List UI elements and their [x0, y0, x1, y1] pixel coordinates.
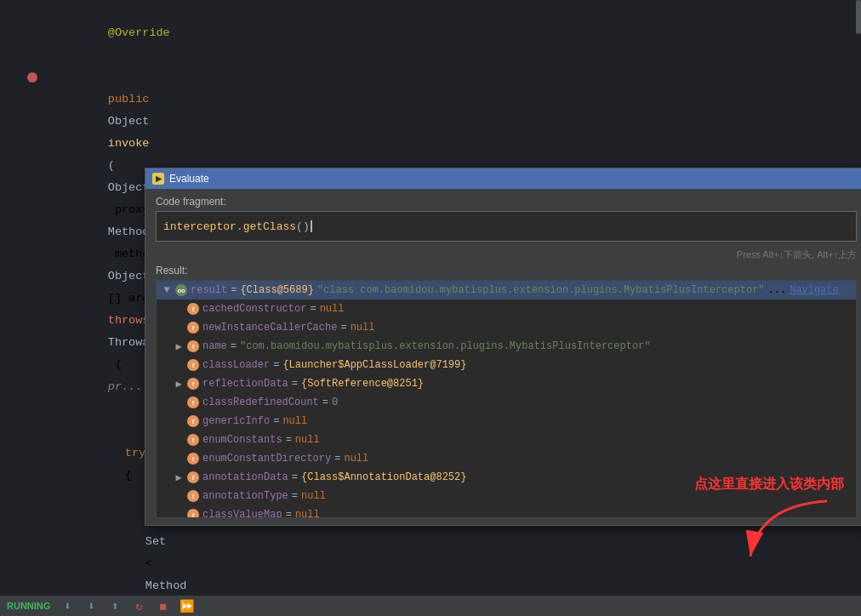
result-row-reflectionData[interactable]: ▶ f reflectionData = {SoftReference@8251…: [157, 374, 856, 393]
field-icon-8: f: [187, 434, 199, 446]
result-row-cachedConstructor: f cachedConstructor = null: [157, 299, 856, 318]
cf-paren1: (: [296, 220, 303, 233]
result-row-enumConstants: f enumConstants = null: [157, 431, 856, 449]
annotation-text: 点这里直接进入该类内部: [694, 476, 844, 493]
field-icon-10: f: [187, 471, 199, 483]
breakpoint-dot: [27, 72, 37, 83]
status-bar: RUNNING ⬇ ⬇ ⬆ ↻ ◼ ⏩: [0, 596, 861, 616]
upload-icon[interactable]: ⬆: [108, 599, 122, 613]
stop-icon[interactable]: ◼: [156, 599, 169, 613]
status-running-label: RUNNING: [7, 601, 50, 611]
tree-toggle-annotationData[interactable]: ▶: [174, 471, 184, 484]
code-fragment-input[interactable]: interceptor . getClass ( ): [156, 211, 857, 242]
tree-toggle-name[interactable]: ▶: [174, 340, 184, 353]
result-row-enumConstantDirectory: f enumConstantDirectory = null: [157, 449, 856, 468]
cf-paren2: ): [303, 220, 310, 233]
debug-icon[interactable]: ⏩: [180, 599, 193, 613]
cursor: [311, 220, 312, 232]
result-root-row[interactable]: ▼ oo result = {Class@5689} "class com.ba…: [157, 281, 856, 299]
dialog-body: Code fragment: interceptor . getClass ( …: [145, 189, 861, 525]
result-row-name[interactable]: ▶ f name = "com.baomidou.mybatisplus.ext…: [157, 337, 856, 356]
dialog-title: Evaluate: [169, 173, 209, 185]
field-icon-1: f: [187, 303, 199, 315]
field-icon-2: f: [187, 322, 199, 334]
field-icon-11: f: [187, 490, 199, 502]
result-row-genericInfo: f genericInfo = null: [157, 412, 856, 431]
cf-getclass: getClass: [243, 220, 296, 233]
result-row-classRedefinedCount: f classRedefinedCount = 0: [157, 393, 856, 412]
red-arrow-svg: [742, 497, 844, 565]
field-icon-9: f: [187, 453, 199, 465]
result-row-newInstanceCallerCache: f newInstanceCallerCache = null: [157, 318, 856, 337]
navigate-link[interactable]: Navigate: [790, 284, 839, 296]
field-icon-12: f: [187, 509, 199, 518]
field-icon-5: f: [187, 378, 199, 390]
evaluate-icon: ▶: [152, 173, 164, 185]
field-icon-4: f: [187, 359, 199, 371]
result-row-classLoader: f classLoader = {Launcher$AppClassLoader…: [157, 356, 856, 374]
code-line-1: @Override: [26, 0, 861, 66]
field-icon-7: f: [187, 415, 199, 427]
download-icon-1[interactable]: ⬇: [60, 599, 74, 613]
cf-method: interceptor: [163, 220, 237, 233]
result-hint: Press Alt+↓下箭头, Alt+↑上方: [156, 248, 857, 261]
cf-dot: .: [237, 220, 243, 233]
download-icon-2[interactable]: ⬇: [84, 599, 98, 613]
refresh-icon[interactable]: ↻: [132, 599, 145, 613]
field-icon-6: f: [187, 396, 199, 408]
code-fragment-label: Code fragment:: [156, 196, 857, 208]
tree-toggle-root[interactable]: ▼: [162, 284, 172, 296]
red-arrow-annotation: 点这里直接进入该类内部: [694, 476, 844, 565]
oo-icon-root: oo: [175, 284, 187, 296]
code-editor: @Override public Object invoke ( Object …: [0, 0, 861, 616]
evaluate-dialog: ▶ Evaluate Code fragment: interceptor . …: [145, 168, 861, 526]
scrollbar-thumb[interactable]: [856, 0, 861, 34]
result-label: Result:: [156, 265, 857, 277]
field-icon-3: f: [187, 340, 199, 352]
dialog-titlebar: ▶ Evaluate: [145, 168, 861, 189]
tree-toggle-reflectionData[interactable]: ▶: [174, 378, 184, 391]
